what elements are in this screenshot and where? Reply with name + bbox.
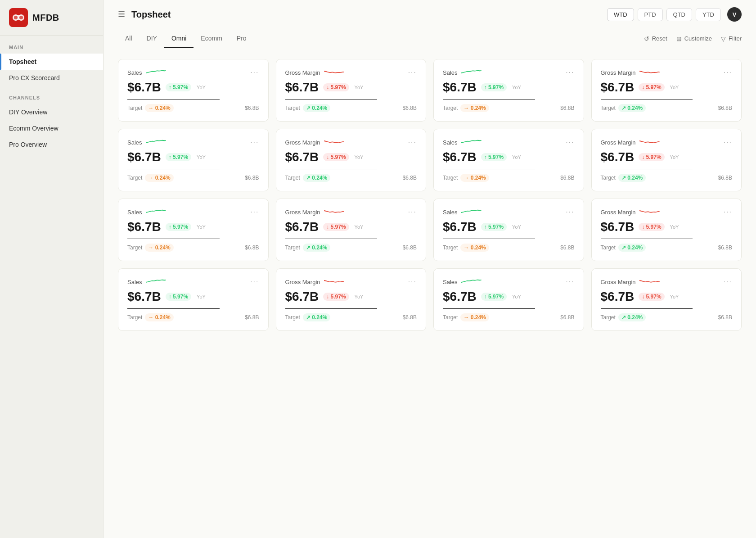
card-change-badge: ↓ 5.97% — [323, 153, 349, 161]
card-target-label: Target — [443, 105, 458, 111]
card-menu-icon[interactable]: ··· — [724, 68, 732, 77]
card-target-row: Target ↗ 0.24% $6.8B — [601, 244, 733, 252]
card-title-row: Gross Margin — [601, 209, 660, 216]
card-header: Sales ··· — [443, 208, 575, 216]
card-target-badge: → 0.24% — [460, 174, 489, 182]
qtd-button[interactable]: QTD — [666, 8, 692, 21]
card-menu-icon[interactable]: ··· — [250, 68, 259, 77]
card-title: Gross Margin — [601, 139, 636, 146]
card-target-badge: → 0.24% — [145, 174, 173, 182]
card-target-value: $6.8B — [403, 314, 417, 321]
card-target-label: Target — [127, 244, 142, 251]
card-title-row: Gross Margin — [601, 279, 660, 285]
sparkline-icon — [324, 209, 344, 215]
reset-button[interactable]: ↺ Reset — [644, 35, 667, 42]
tab-diy[interactable]: DIY — [140, 29, 164, 48]
card-target-badge: ↗ 0.24% — [618, 313, 646, 321]
filter-icon: ▽ — [721, 35, 726, 42]
filter-button[interactable]: ▽ Filter — [721, 35, 742, 42]
cards-container: Sales ··· $6.7B ↑ 5.97% YoY Target → 0.2… — [104, 48, 756, 538]
card-menu-icon[interactable]: ··· — [724, 278, 732, 286]
tabs: All DIY Omni Ecomm Pro — [118, 29, 254, 48]
card-change-badge: ↓ 5.97% — [639, 153, 664, 161]
card-target-badge: ↗ 0.24% — [618, 174, 646, 182]
card-yoy: YoY — [355, 85, 364, 90]
card-menu-icon[interactable]: ··· — [250, 278, 259, 286]
card-menu-icon[interactable]: ··· — [566, 278, 574, 286]
logo[interactable]: MFDB — [0, 0, 103, 36]
card-menu-icon[interactable]: ··· — [408, 138, 417, 146]
card-header: Sales ··· — [127, 138, 259, 146]
card-target-badge: ↗ 0.24% — [618, 244, 646, 252]
sidebar-item-diy[interactable]: DIY Overview — [0, 104, 103, 120]
tabs-actions: ↺ Reset ⊞ Customize ▽ Filter — [644, 35, 742, 42]
tab-all[interactable]: All — [118, 29, 140, 48]
card-target-label: Target — [601, 314, 616, 321]
card-value: $6.7B — [285, 289, 319, 304]
card-menu-icon[interactable]: ··· — [566, 138, 574, 146]
card-menu-icon[interactable]: ··· — [566, 208, 574, 216]
card-divider — [285, 308, 378, 309]
sidebar-item-ecomm[interactable]: Ecomm Overview — [0, 120, 103, 136]
card-target-value: $6.8B — [403, 175, 417, 181]
card-divider — [443, 169, 535, 169]
card-value: $6.7B — [443, 289, 477, 304]
main-section-label: MAIN — [0, 36, 103, 54]
card-value: $6.7B — [127, 150, 161, 164]
card-title: Sales — [443, 279, 458, 285]
sidebar-item-pro-cx[interactable]: Pro CX Scorecard — [0, 70, 103, 86]
metric-card: Gross Margin ··· $6.7B ↓ 5.97% YoY Targe… — [591, 129, 742, 191]
card-yoy: YoY — [355, 154, 364, 160]
ytd-button[interactable]: YTD — [696, 8, 721, 21]
sidebar-section-channels: CHANNELS DIY Overview Ecomm Overview Pro… — [0, 86, 103, 153]
hamburger-icon[interactable]: ☰ — [118, 9, 125, 19]
sidebar-item-pro[interactable]: Pro Overview — [0, 136, 103, 153]
sparkline-icon — [639, 279, 660, 285]
card-value-row: $6.7B ↑ 5.97% YoY — [443, 80, 575, 95]
card-menu-icon[interactable]: ··· — [724, 138, 732, 146]
sidebar-item-topsheet[interactable]: Topsheet — [0, 54, 103, 70]
ptd-button[interactable]: PTD — [638, 8, 663, 21]
sparkline-icon — [461, 69, 482, 76]
card-yoy: YoY — [670, 85, 679, 90]
customize-button[interactable]: ⊞ Customize — [676, 35, 712, 42]
card-menu-icon[interactable]: ··· — [566, 68, 574, 77]
card-menu-icon[interactable]: ··· — [250, 138, 259, 146]
card-value-row: $6.7B ↑ 5.97% YoY — [127, 220, 259, 234]
card-target-badge: ↗ 0.24% — [618, 104, 646, 112]
tabs-bar: All DIY Omni Ecomm Pro ↺ Reset ⊞ Customi… — [104, 29, 756, 48]
sparkline-icon — [639, 209, 660, 215]
wtd-button[interactable]: WTD — [607, 8, 634, 21]
card-change-badge: ↑ 5.97% — [166, 153, 191, 161]
card-value-row: $6.7B ↑ 5.97% YoY — [443, 289, 575, 304]
card-menu-icon[interactable]: ··· — [724, 208, 732, 216]
card-yoy: YoY — [512, 154, 521, 160]
card-divider — [127, 239, 220, 239]
card-menu-icon[interactable]: ··· — [250, 208, 259, 216]
card-value: $6.7B — [601, 220, 634, 234]
sparkline-icon — [461, 139, 482, 145]
card-value: $6.7B — [127, 289, 161, 304]
card-target-value: $6.8B — [560, 105, 574, 111]
sparkline-icon — [146, 139, 166, 145]
card-yoy: YoY — [512, 294, 521, 299]
card-target-row: Target → 0.24% $6.8B — [127, 313, 259, 321]
card-menu-icon[interactable]: ··· — [408, 208, 417, 216]
card-target-row: Target → 0.24% $6.8B — [443, 104, 575, 112]
card-target-badge: → 0.24% — [145, 104, 173, 112]
card-menu-icon[interactable]: ··· — [408, 68, 417, 77]
metric-card: Gross Margin ··· $6.7B ↓ 5.97% YoY Targe… — [591, 268, 742, 331]
tab-pro[interactable]: Pro — [230, 29, 254, 48]
metric-card: Gross Margin ··· $6.7B ↓ 5.97% YoY Targe… — [591, 199, 742, 261]
tab-omni[interactable]: Omni — [164, 29, 194, 48]
logo-icon — [9, 8, 28, 27]
metric-card: Sales ··· $6.7B ↑ 5.97% YoY Target → 0.2… — [118, 268, 269, 331]
card-header: Gross Margin ··· — [285, 208, 417, 216]
card-value-row: $6.7B ↓ 5.97% YoY — [285, 80, 417, 95]
card-value: $6.7B — [127, 220, 161, 234]
card-value-row: $6.7B ↑ 5.97% YoY — [127, 80, 259, 95]
avatar[interactable]: V — [727, 7, 742, 22]
card-title: Gross Margin — [285, 139, 320, 146]
tab-ecomm[interactable]: Ecomm — [194, 29, 229, 48]
card-menu-icon[interactable]: ··· — [408, 278, 417, 286]
